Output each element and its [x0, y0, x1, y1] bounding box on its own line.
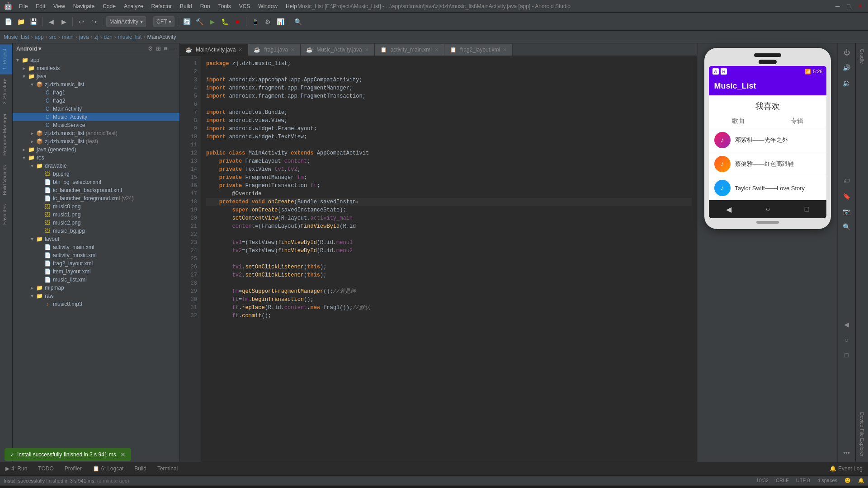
- menu-view[interactable]: View: [50, 2, 69, 10]
- breadcrumb-app[interactable]: app: [35, 34, 44, 40]
- stop-button[interactable]: ■: [232, 16, 243, 27]
- sdk-button[interactable]: ⚙: [262, 16, 273, 27]
- wechat-taskbar-icon[interactable]: 💬: [110, 487, 127, 488]
- tree-item-music2-png[interactable]: 🖼 music2.png: [13, 219, 179, 227]
- windows-start-button[interactable]: ⊞: [2, 487, 18, 488]
- tab-music-activity-java[interactable]: ☕ Music_Activity.java ✕: [301, 44, 374, 56]
- tree-item-ic-fg-xml[interactable]: 📄 ic_launcher_foreground.xml (v24): [13, 194, 179, 202]
- tab-close-activity-xml[interactable]: ✕: [434, 47, 439, 53]
- tree-item-music0-mp3[interactable]: ♪ music0.mp3: [13, 300, 179, 308]
- tree-item-test[interactable]: ▸ 📦 zj.dzh.music_list (test): [13, 137, 179, 145]
- menu-vcs[interactable]: VCS: [236, 2, 254, 10]
- tree-item-mainactivity[interactable]: C MainActivity: [13, 105, 179, 113]
- build-variants-tab[interactable]: Build Variants: [0, 160, 12, 200]
- redo-button[interactable]: ↪: [89, 16, 99, 27]
- search-taskbar-button[interactable]: 🔍: [20, 487, 36, 488]
- breadcrumb-java[interactable]: java: [79, 34, 89, 40]
- tree-item-frag1[interactable]: C frag1: [13, 89, 179, 97]
- breadcrumb-src[interactable]: src: [49, 34, 57, 40]
- menu-tools[interactable]: Tools: [215, 2, 235, 10]
- search-button[interactable]: 🔍: [292, 16, 303, 27]
- cft-dropdown[interactable]: CFT ▾: [153, 16, 175, 27]
- bookmark-button[interactable]: 🔖: [840, 189, 854, 203]
- tree-item-music-activity[interactable]: C Music_Activity: [13, 113, 179, 121]
- tree-item-btn-xml[interactable]: 📄 btn_bg_selector.xml: [13, 178, 179, 186]
- tree-item-raw[interactable]: ▾ 📁 raw: [13, 292, 179, 300]
- tree-item-music-bg-jpg[interactable]: 🖼 music_bg.jpg: [13, 227, 179, 235]
- tab-frag2-layout-xml[interactable]: 📋 frag2_layout.xml ✕: [444, 44, 513, 56]
- tree-item-package[interactable]: ▾ 📦 zj.dzh.music_list: [13, 80, 179, 89]
- breadcrumb-music-list-pkg[interactable]: music_list: [118, 34, 142, 40]
- tree-item-item-layout-xml[interactable]: 📄 item_layout.xml: [13, 267, 179, 276]
- explorer-taskbar-icon[interactable]: 📁: [92, 487, 108, 488]
- menu-code[interactable]: Code: [99, 2, 119, 10]
- phone-tab-albums[interactable]: 专辑: [791, 117, 803, 125]
- cursor-position[interactable]: 10:32: [756, 478, 769, 483]
- terminal-tab[interactable]: Terminal: [152, 464, 183, 474]
- tree-item-musicservice[interactable]: C MusicService: [13, 121, 179, 129]
- device-file-explorer-tab[interactable]: Device File Explorer: [858, 408, 867, 461]
- tree-item-music0-png[interactable]: 🖼 music0.png: [13, 202, 179, 211]
- save-button[interactable]: 💾: [28, 16, 39, 27]
- tab-close-frag2-xml[interactable]: ✕: [503, 47, 507, 53]
- tree-item-app[interactable]: ▾ 📁 app: [13, 56, 179, 64]
- phone-overview-nav-button[interactable]: □: [805, 205, 809, 213]
- event-log-tab[interactable]: 🔔 Event Log: [824, 464, 868, 474]
- build-tab[interactable]: Build: [129, 464, 152, 474]
- run-tab[interactable]: ▶ 4: Run: [0, 464, 33, 474]
- line-ending[interactable]: CRLF: [776, 478, 789, 483]
- tree-item-ic-bg-xml[interactable]: 📄 ic_launcher_background.xml: [13, 186, 179, 194]
- run-button[interactable]: ▶: [207, 16, 217, 27]
- tree-item-music1-png[interactable]: 🖼 music1.png: [13, 211, 179, 219]
- tab-close-frag1[interactable]: ✕: [291, 47, 295, 53]
- structure-panel-tab[interactable]: 2: Structure: [0, 74, 12, 109]
- phone-song-item-2[interactable]: ♪ 蔡健雅——红色高跟鞋: [709, 152, 826, 176]
- power-button[interactable]: ⏻: [840, 45, 854, 60]
- encoding[interactable]: UTF-8: [796, 478, 810, 483]
- tag-button[interactable]: 🏷: [840, 174, 854, 188]
- minimize-button[interactable]: ─: [834, 3, 841, 9]
- tree-item-frag2[interactable]: C frag2: [13, 97, 179, 105]
- indent[interactable]: 4 spaces: [817, 478, 837, 483]
- volume-down-button[interactable]: 🔉: [840, 76, 854, 90]
- menu-build[interactable]: Build: [176, 2, 196, 10]
- tree-item-res[interactable]: ▾ 📁 res: [13, 154, 179, 162]
- menu-navigate[interactable]: Navigate: [70, 2, 98, 10]
- phone-back-nav-button[interactable]: ◀: [726, 205, 731, 214]
- tree-item-layout[interactable]: ▾ 📁 layout: [13, 235, 179, 243]
- zoom-in-button[interactable]: 🔍: [840, 220, 854, 234]
- more-button[interactable]: •••: [840, 446, 854, 460]
- menu-run[interactable]: Run: [197, 2, 214, 10]
- square-button[interactable]: □: [840, 348, 854, 362]
- menu-edit[interactable]: Edit: [32, 2, 49, 10]
- logcat-tab[interactable]: 📋 6: Logcat: [87, 464, 129, 474]
- phone-tab-songs[interactable]: 歌曲: [732, 117, 745, 125]
- phone-song-item-3[interactable]: ♪ Taylor Swift——Love Story: [709, 176, 826, 200]
- menu-window[interactable]: Window: [255, 2, 281, 10]
- tree-item-manifests[interactable]: ▸ 📁 manifests: [13, 64, 179, 72]
- camera-button[interactable]: 📷: [840, 204, 854, 219]
- resource-manager-tab[interactable]: Resource Manager: [0, 109, 12, 160]
- phone-home-nav-button[interactable]: ○: [766, 205, 770, 213]
- profiler-button[interactable]: 📊: [275, 16, 286, 27]
- tree-item-java-generated[interactable]: ▸ 📁 java (generated): [13, 145, 179, 154]
- tree-item-drawable[interactable]: ▾ 📁 drawable: [13, 162, 179, 170]
- todo-tab[interactable]: TODO: [33, 464, 59, 474]
- menu-file[interactable]: File: [15, 2, 31, 10]
- tree-item-music-list-xml[interactable]: 📄 music_list.xml: [13, 276, 179, 284]
- tab-close-mainactivity[interactable]: ✕: [238, 47, 242, 53]
- debug-button[interactable]: 🐛: [219, 16, 230, 27]
- breadcrumb-main[interactable]: main: [62, 34, 74, 40]
- volume-up-button[interactable]: 🔊: [840, 61, 854, 75]
- tab-close-music-activity[interactable]: ✕: [365, 47, 369, 53]
- gradle-panel-tab[interactable]: Gradle: [858, 44, 867, 68]
- project-panel-tab[interactable]: 1: Project: [0, 44, 12, 74]
- tree-item-activity-music-xml[interactable]: 📄 activity_music.xml: [13, 251, 179, 259]
- project-dropdown[interactable]: MainActivity ▾: [106, 16, 146, 27]
- phone-song-item-1[interactable]: ♪ 邓紫棋——光年之外: [709, 128, 826, 152]
- menu-analyze[interactable]: Analyze: [120, 2, 147, 10]
- back-rt-button[interactable]: ◀: [840, 317, 854, 332]
- tree-item-androidtest[interactable]: ▸ 📦 zj.dzh.music_list (androidTest): [13, 129, 179, 137]
- back-button[interactable]: ◀: [46, 16, 57, 27]
- task-view-button[interactable]: ⧉: [38, 487, 54, 488]
